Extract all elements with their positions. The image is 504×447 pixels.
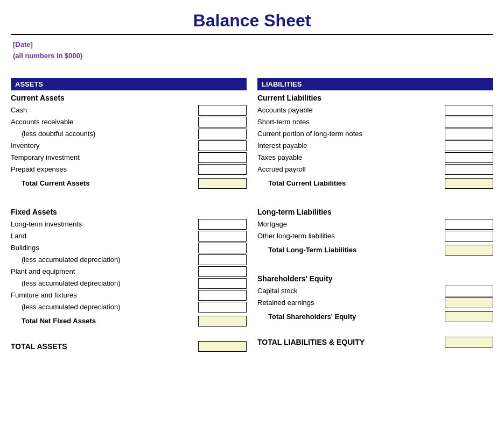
other-longterm-label: Other long-term liabilities: [257, 232, 445, 240]
less-accum-dep2-input[interactable]: [198, 278, 247, 289]
mortgage-input[interactable]: [445, 219, 493, 230]
longterm-investments-label: Long-term investments: [11, 220, 198, 228]
buildings-input[interactable]: [198, 243, 247, 253]
retained-earnings-row: Retained earnings: [257, 297, 493, 309]
cash-label: Cash: [11, 106, 198, 114]
buildings-row: Buildings: [11, 242, 247, 254]
mortgage-row: Mortgage: [257, 218, 493, 230]
current-portion-longterm-label: Current portion of long-term notes: [257, 130, 445, 138]
total-equity-row: Total Shareholders' Equity: [257, 310, 493, 324]
retained-earnings-input[interactable]: [445, 297, 493, 308]
plant-equipment-input[interactable]: [198, 266, 247, 277]
longterm-investments-input[interactable]: [198, 219, 247, 230]
plant-equipment-row: Plant and equipment: [11, 266, 247, 278]
total-current-liabilities-input[interactable]: [445, 178, 493, 189]
total-current-assets-label: Total Current Assets: [11, 179, 198, 187]
furniture-fixtures-input[interactable]: [198, 290, 247, 301]
fixed-assets-title: Fixed Assets: [11, 208, 247, 216]
total-current-liabilities-row: Total Current Liabilities: [257, 176, 493, 190]
total-equity-input[interactable]: [445, 311, 493, 322]
accounts-payable-row: Accounts payable: [257, 104, 493, 116]
capital-stock-label: Capital stock: [257, 287, 445, 295]
numbers-note: (all numbers in $000): [13, 51, 493, 62]
accrued-payroll-input[interactable]: [445, 164, 493, 175]
less-accum-dep3-label: (less accumulated depreciation): [11, 303, 198, 311]
temp-investment-label: Temporary investment: [11, 153, 198, 161]
accounts-payable-input[interactable]: [445, 105, 493, 116]
less-doubtful-row: (less doubtful accounts): [11, 128, 247, 140]
furniture-fixtures-row: Furniture and fixtures: [11, 289, 247, 301]
less-doubtful-input[interactable]: [198, 129, 247, 139]
land-input[interactable]: [198, 231, 247, 242]
less-accum-dep1-label: (less accumulated depreciation): [11, 256, 198, 264]
longterm-investments-row: Long-term investments: [11, 218, 247, 230]
equity-title: Shareholders' Equity: [257, 274, 493, 283]
total-longterm-liabilities-label: Total Long-Term Liabilities: [257, 246, 445, 254]
accounts-receivable-label: Accounts receivable: [11, 118, 198, 126]
total-current-assets-input[interactable]: [198, 178, 247, 189]
less-accum-dep2-label: (less accumulated depreciation): [11, 279, 198, 287]
date-label: [Date]: [13, 39, 493, 51]
total-longterm-liabilities-input[interactable]: [445, 245, 493, 256]
temp-investment-input[interactable]: [198, 152, 247, 163]
total-assets-row: TOTAL ASSETS: [11, 339, 247, 354]
cash-input[interactable]: [198, 105, 247, 116]
current-portion-longterm-row: Current portion of long-term notes: [257, 128, 493, 140]
mortgage-label: Mortgage: [257, 220, 445, 228]
short-term-notes-input[interactable]: [445, 117, 493, 127]
temp-investment-row: Temporary investment: [11, 152, 247, 164]
other-longterm-input[interactable]: [445, 231, 493, 242]
less-doubtful-label: (less doubtful accounts): [11, 130, 198, 138]
short-term-notes-row: Short-term notes: [257, 116, 493, 128]
accrued-payroll-label: Accrued payroll: [257, 165, 445, 173]
less-accum-dep2-row: (less accumulated depreciation): [11, 278, 247, 289]
retained-earnings-label: Retained earnings: [257, 299, 445, 307]
taxes-payable-input[interactable]: [445, 152, 493, 163]
furniture-fixtures-label: Furniture and fixtures: [11, 291, 198, 299]
prepaid-expenses-row: Prepaid expenses: [11, 164, 247, 175]
total-equity-label: Total Shareholders' Equity: [257, 313, 445, 321]
accounts-receivable-input[interactable]: [198, 117, 247, 127]
land-row: Land: [11, 230, 247, 242]
total-fixed-assets-row: Total Net Fixed Assets: [11, 314, 247, 328]
assets-column: ASSETS Current Assets Cash Accounts rece…: [11, 78, 247, 354]
accounts-receivable-row: Accounts receivable: [11, 116, 247, 128]
total-liabilities-equity-input[interactable]: [445, 337, 493, 347]
assets-header: ASSETS: [11, 78, 247, 90]
interest-payable-label: Interest payable: [257, 141, 445, 150]
capital-stock-input[interactable]: [445, 286, 493, 296]
total-longterm-liabilities-row: Total Long-Term Liabilities: [257, 243, 493, 257]
liabilities-header: LIABILITIES: [257, 78, 493, 90]
interest-payable-input[interactable]: [445, 140, 493, 151]
interest-payable-row: Interest payable: [257, 140, 493, 152]
cash-row: Cash: [11, 104, 247, 116]
total-assets-input[interactable]: [198, 341, 247, 352]
total-fixed-assets-input[interactable]: [198, 316, 247, 327]
less-accum-dep1-row: (less accumulated depreciation): [11, 254, 247, 266]
less-accum-dep3-input[interactable]: [198, 302, 247, 313]
taxes-payable-row: Taxes payable: [257, 152, 493, 164]
current-liabilities-title: Current Liabilities: [257, 94, 493, 102]
less-accum-dep3-row: (less accumulated depreciation): [11, 301, 247, 313]
inventory-label: Inventory: [11, 141, 198, 150]
prepaid-expenses-input[interactable]: [198, 164, 247, 175]
short-term-notes-label: Short-term notes: [257, 118, 445, 126]
accounts-payable-label: Accounts payable: [257, 106, 445, 114]
longterm-liabilities-title: Long-term Liabilities: [257, 208, 493, 216]
total-fixed-assets-label: Total Net Fixed Assets: [11, 317, 198, 325]
capital-stock-row: Capital stock: [257, 285, 493, 297]
plant-equipment-label: Plant and equipment: [11, 267, 198, 275]
less-accum-dep1-input[interactable]: [198, 254, 247, 265]
taxes-payable-label: Taxes payable: [257, 153, 445, 161]
current-portion-longterm-input[interactable]: [445, 129, 493, 139]
page-title: Balance Sheet: [11, 5, 493, 35]
accrued-payroll-row: Accrued payroll: [257, 164, 493, 175]
buildings-label: Buildings: [11, 244, 198, 252]
total-liabilities-equity-row: TOTAL LIABILITIES & EQUITY: [257, 335, 493, 350]
total-current-liabilities-label: Total Current Liabilities: [257, 179, 445, 187]
total-liabilities-equity-label: TOTAL LIABILITIES & EQUITY: [257, 338, 365, 346]
liabilities-column: LIABILITIES Current Liabilities Accounts…: [257, 78, 493, 354]
current-assets-title: Current Assets: [11, 94, 247, 102]
other-longterm-row: Other long-term liabilities: [257, 230, 493, 242]
inventory-input[interactable]: [198, 140, 247, 151]
